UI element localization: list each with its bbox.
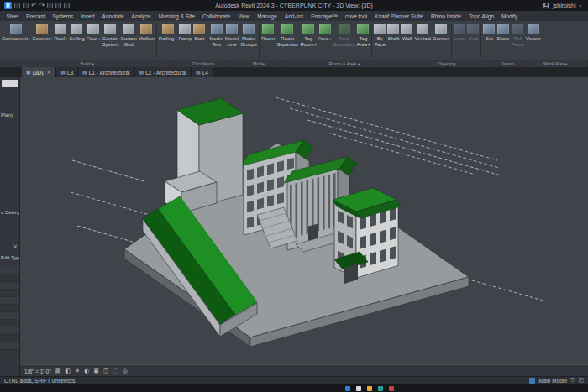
reveal-hidden-elements-icon[interactable]: ◎ — [123, 368, 128, 374]
property-row[interactable] — [0, 342, 20, 350]
ribbon-tool-component[interactable]: Component▾ — [1, 22, 31, 60]
ribbon-tool-set-work-plane[interactable]: Set — [482, 22, 496, 60]
property-row[interactable] — [0, 350, 20, 358]
property-row[interactable] — [0, 305, 20, 312]
drawing-area[interactable] — [20, 77, 588, 366]
menu-tab-covetool[interactable]: cove.tool — [342, 11, 371, 21]
detail-level-icon[interactable]: ▤ — [55, 368, 61, 374]
3d-model-canvas[interactable] — [20, 77, 588, 366]
menu-tab-insert[interactable]: Insert — [77, 11, 98, 21]
panel-datum[interactable]: Datum — [492, 60, 524, 67]
ribbon-tool-curtain-grid[interactable]: CurtainGrid — [120, 22, 138, 60]
ribbon-tool-level[interactable]: Level — [453, 22, 466, 60]
ribbon-tool-ref-plane[interactable]: RefPlane — [510, 22, 524, 60]
shadows-icon[interactable]: ◐ — [84, 368, 89, 374]
ribbon-tool-ceiling[interactable]: Ceiling — [68, 22, 85, 60]
temporary-hide-isolate-icon[interactable]: ◌ — [113, 368, 118, 374]
menu-tab-analyze[interactable]: Analyze — [128, 11, 155, 21]
ribbon-tool-shaft[interactable]: Shaft — [386, 22, 400, 60]
ribbon-tool-curtain-system[interactable]: CurtainSystem — [101, 22, 119, 60]
taskbar-app-icon[interactable] — [367, 386, 372, 391]
ribbon-tool-model-text[interactable]: ModelText — [208, 22, 223, 60]
property-row[interactable] — [0, 297, 20, 305]
save-icon[interactable] — [23, 3, 29, 8]
crop-region-visibility-icon[interactable]: ◫ — [103, 368, 109, 374]
type-selector[interactable] — [2, 80, 18, 87]
select-toggle-icon[interactable]: ◫ — [578, 378, 584, 384]
taskbar-app-icon[interactable] — [378, 386, 383, 391]
menu-tab-rhino-inside[interactable]: Rhino.Inside — [427, 11, 465, 21]
menu-tab-modify[interactable]: Modify — [498, 11, 522, 21]
ribbon-tool-roof[interactable]: Roof▾ — [53, 22, 68, 60]
crop-view-icon[interactable]: ▣ — [93, 368, 99, 374]
ribbon-tool-by-face[interactable]: ByFace — [373, 22, 386, 60]
sun-path-icon[interactable]: ☀ — [75, 368, 80, 374]
redo-icon[interactable]: ↷ — [39, 3, 45, 9]
property-row[interactable] — [0, 267, 20, 274]
menu-tab-precast[interactable]: Precast — [23, 11, 49, 21]
panel-build[interactable]: Build▾ — [0, 60, 175, 67]
view-tab-l2-architectural[interactable]: ▤ L2 - Architectural — [135, 67, 192, 77]
ribbon-tool-room-separator[interactable]: RoomSeparator — [276, 22, 299, 60]
ribbon-tool-model-line[interactable]: ModelLine — [224, 22, 239, 60]
print-icon[interactable] — [47, 3, 53, 8]
menu-tab-systems[interactable]: Systems — [49, 11, 77, 21]
taskbar-app-icon[interactable] — [389, 386, 394, 391]
property-row[interactable] — [0, 312, 20, 320]
menu-tab-steel[interactable]: Steel — [3, 11, 23, 21]
menu-tab-view[interactable]: View — [234, 11, 254, 21]
close-tab-icon[interactable]: × — [46, 69, 51, 76]
view-tab-3d[interactable]: ▣ {3D} × — [22, 67, 56, 77]
ribbon-tool-area[interactable]: Area▾ — [318, 22, 333, 60]
ribbon-tool-model-group[interactable]: ModelGroup▾ — [239, 22, 258, 60]
property-row[interactable] — [0, 290, 20, 297]
ribbon-tool-wall-opening[interactable]: Wall — [400, 22, 413, 60]
visual-style-icon[interactable]: ◧ — [65, 368, 71, 374]
tag-icon[interactable] — [64, 3, 70, 8]
ribbon-tool-mullion[interactable]: Mullion — [138, 22, 155, 60]
view-tab-l4[interactable]: ▤ L4 — [192, 67, 213, 77]
undo-icon[interactable]: ↶ — [31, 3, 37, 9]
menu-tab-annotate[interactable]: Annotate — [98, 11, 128, 21]
panel-room-area[interactable]: Room & Area▾ — [287, 60, 402, 67]
main-model-dropdown[interactable]: Main Model — [538, 378, 567, 384]
menu-tab-collaborate[interactable]: Collaborate — [199, 11, 234, 21]
ribbon-tool-viewer[interactable]: Viewer — [525, 22, 542, 60]
ribbon-tool-stair[interactable]: Stair — [192, 22, 206, 60]
account-area[interactable]: jshiroishi ▾ — [543, 0, 588, 11]
ribbon-tool-area-boundary[interactable]: AreaBoundary — [333, 22, 356, 60]
edit-type-button[interactable]: Edit Type — [1, 255, 20, 260]
ribbon-tool-room[interactable]: Room — [260, 22, 276, 60]
ribbon-tool-railing[interactable]: Railing▾ — [158, 22, 178, 60]
ribbon-tool-column[interactable]: Column▾ — [31, 22, 53, 60]
revit-logo-icon[interactable]: R — [4, 2, 12, 9]
property-row[interactable] — [0, 335, 20, 342]
ribbon-tool-ramp[interactable]: Ramp — [177, 22, 192, 60]
ribbon-tool-tag-room[interactable]: TagRoom▾ — [300, 22, 318, 60]
view-tab-l3[interactable]: ▤ L3 — [56, 67, 78, 77]
taskbar-app-icon[interactable] — [356, 386, 361, 391]
workset-icon[interactable] — [529, 378, 535, 384]
menu-tab-massing-site[interactable]: Massing & Site — [155, 11, 198, 21]
ribbon-tool-tag-area[interactable]: TagArea▾ — [355, 22, 370, 60]
panel-circulation[interactable]: Circulation — [175, 60, 232, 67]
measure-icon[interactable] — [55, 3, 61, 8]
filter-icon[interactable]: ▽ — [570, 378, 575, 384]
scale-button[interactable]: 1/8" = 1'-0" — [24, 368, 51, 374]
panel-opening[interactable]: Opening — [402, 60, 492, 67]
ribbon-tool-floor[interactable]: Floor▾ — [86, 22, 102, 60]
close-panel-icon[interactable]: × — [13, 244, 18, 250]
menu-tab-knauf[interactable]: Knauf Planner Suite — [371, 11, 428, 21]
ribbon-tool-dormer[interactable]: Dormer — [432, 22, 450, 60]
property-row[interactable] — [0, 320, 20, 327]
property-row[interactable] — [0, 274, 20, 282]
open-icon[interactable] — [14, 3, 20, 8]
ribbon-tool-vertical-opening[interactable]: Vertical — [413, 22, 432, 60]
menu-tab-enscape[interactable]: Enscape™ — [307, 11, 342, 21]
panel-work-plane[interactable]: Work Plane — [523, 60, 588, 67]
menu-tab-addins[interactable]: Add-Ins — [281, 11, 307, 21]
menu-tab-topo-align[interactable]: Topo Align — [465, 11, 498, 21]
view-tab-l1-architectural[interactable]: ▤ L1 - Architectural — [78, 67, 134, 77]
taskbar-app-icon[interactable] — [345, 386, 350, 391]
ribbon-tool-grid[interactable]: Grid — [466, 22, 480, 60]
